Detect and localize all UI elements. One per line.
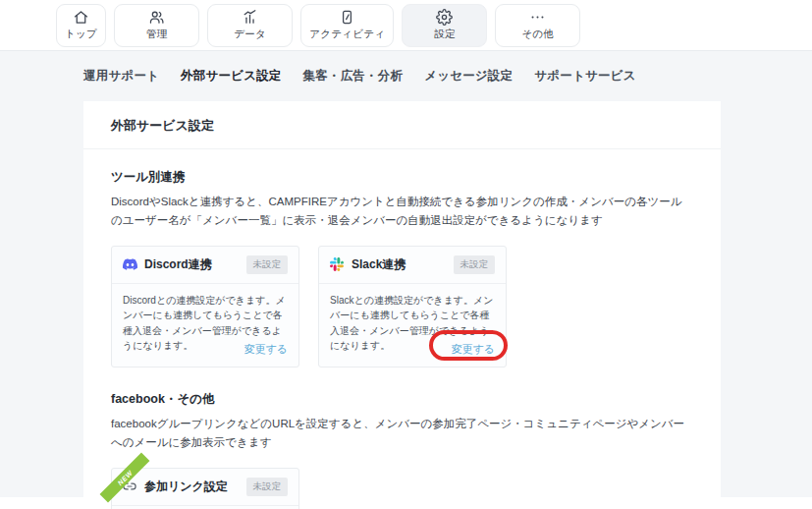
page-background: 運用サポート 外部サービス設定 集客・広告・分析 メッセージ設定 サポートサービ… bbox=[0, 51, 812, 497]
join-link-status-badge: 未設定 bbox=[246, 478, 289, 496]
facebook-section-description: facebookグループリンクなどのURLを設定すると、メンバーの参加完了ページ… bbox=[111, 415, 693, 452]
slack-card: Slack連携 未設定 Slackとの連携設定ができます。メンバーにも連携しても… bbox=[318, 246, 507, 368]
tab-management[interactable]: 管理 bbox=[114, 4, 199, 47]
discord-card: Discord連携 未設定 Discordとの連携設定ができます。メンバーにも連… bbox=[111, 246, 299, 368]
tab-settings-label: 設定 bbox=[434, 28, 456, 41]
tab-activity[interactable]: アクティビティ bbox=[300, 4, 394, 47]
tool-cards-row: Discord連携 未設定 Discordとの連携設定ができます。メンバーにも連… bbox=[111, 246, 693, 368]
discord-icon bbox=[123, 257, 137, 272]
home-icon bbox=[73, 9, 89, 26]
subnav-message-settings[interactable]: メッセージ設定 bbox=[424, 68, 513, 85]
chart-icon bbox=[242, 9, 258, 26]
more-icon bbox=[529, 9, 546, 26]
discord-status-badge: 未設定 bbox=[246, 255, 289, 274]
tab-more[interactable]: その他 bbox=[495, 4, 580, 47]
tool-integration-section: ツール別連携 DiscordやSlackと連携すると、CAMPFIREアカウント… bbox=[83, 149, 721, 368]
subnav-operation-support[interactable]: 運用サポート bbox=[83, 68, 159, 85]
tab-top-label: トップ bbox=[65, 28, 97, 41]
panel-title: 外部サービス設定 bbox=[83, 101, 721, 148]
top-navigation: トップ 管理 データ アクティビティ 設定 その他 bbox=[0, 0, 812, 51]
discord-card-header: Discord連携 未設定 bbox=[112, 247, 298, 283]
subnav-marketing-analytics[interactable]: 集客・広告・分析 bbox=[303, 68, 404, 85]
slack-card-body: Slackとの連携設定ができます。メンバーにも連携してもらうことで各種入退会・メ… bbox=[319, 284, 506, 367]
external-services-panel: 外部サービス設定 ツール別連携 DiscordやSlackと連携すると、CAMP… bbox=[83, 101, 721, 509]
tool-integration-heading: ツール別連携 bbox=[111, 169, 693, 186]
discord-card-title: Discord連携 bbox=[144, 256, 240, 273]
settings-subnav: 運用サポート 外部サービス設定 集客・広告・分析 メッセージ設定 サポートサービ… bbox=[0, 51, 812, 101]
people-icon bbox=[148, 9, 165, 26]
slack-icon bbox=[330, 257, 345, 272]
tab-management-label: 管理 bbox=[146, 28, 168, 41]
tab-data[interactable]: データ bbox=[207, 4, 293, 47]
tab-settings[interactable]: 設定 bbox=[402, 4, 487, 47]
tab-top[interactable]: トップ bbox=[56, 4, 106, 47]
gear-icon bbox=[436, 9, 453, 26]
subnav-external-services[interactable]: 外部サービス設定 bbox=[181, 68, 281, 85]
tab-activity-label: アクティビティ bbox=[309, 28, 385, 41]
tool-integration-description: DiscordやSlackと連携すると、CAMPFIREアカウントと自動接続でき… bbox=[111, 193, 693, 230]
facebook-section: facebook・その他 facebookグループリンクなどのURLを設定すると… bbox=[83, 368, 721, 509]
slack-link-row: 変更する bbox=[330, 339, 495, 357]
slack-change-link[interactable]: 変更する bbox=[451, 343, 495, 355]
slack-card-title: Slack連携 bbox=[352, 256, 447, 273]
slack-status-badge: 未設定 bbox=[454, 255, 496, 274]
slack-card-header: Slack連携 未設定 bbox=[319, 247, 506, 283]
join-link-card-header: 参加リンク設定 未設定 bbox=[112, 469, 298, 505]
tab-more-label: その他 bbox=[522, 28, 555, 41]
subnav-support-services[interactable]: サポートサービス bbox=[534, 68, 635, 85]
activity-icon bbox=[339, 9, 355, 26]
discord-link-row: 変更する bbox=[123, 339, 288, 357]
join-link-card: NEW 参加リンク設定 未設定 facebookグループのリンクや各種サービスの… bbox=[111, 468, 299, 509]
tab-data-label: データ bbox=[234, 28, 266, 41]
discord-card-body: Discordとの連携設定ができます。メンバーにも連携してもらうことで各種入退会… bbox=[112, 284, 298, 367]
facebook-section-heading: facebook・その他 bbox=[111, 391, 693, 408]
discord-change-link[interactable]: 変更する bbox=[244, 343, 288, 355]
join-link-card-title: 参加リンク設定 bbox=[144, 479, 240, 495]
